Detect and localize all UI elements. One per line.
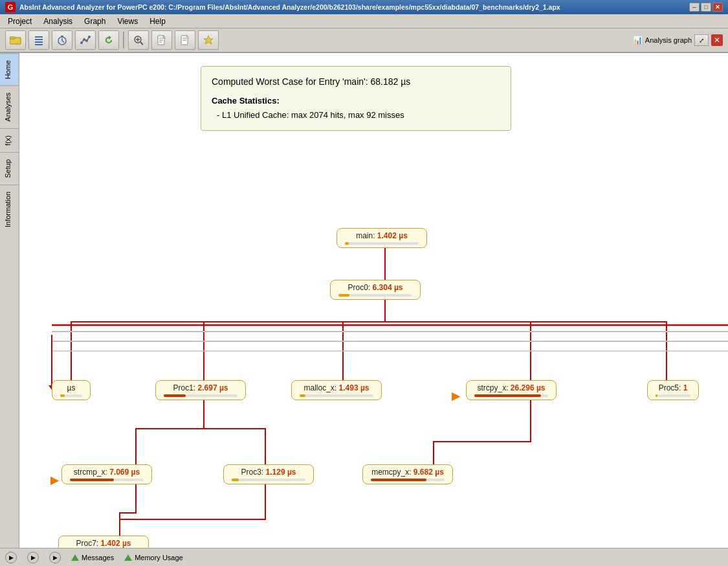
- window-title: AbsInt Advanced Analyzer for PowerPC e20…: [19, 3, 560, 11]
- toolbar: 📊 Analysis graph ⤢ ✕: [0, 28, 728, 53]
- svg-point-10: [80, 41, 83, 44]
- menu-bar: Project Analysis Graph Views Help: [0, 14, 728, 28]
- toolbar-btn-zoom[interactable]: [128, 30, 149, 50]
- expand-button[interactable]: ⤢: [694, 34, 709, 46]
- graph-close-button[interactable]: ✕: [711, 34, 723, 46]
- memory-label: Memory Usage: [135, 554, 183, 561]
- menu-project[interactable]: Project: [3, 16, 37, 27]
- graph-icon-small: 📊: [633, 36, 643, 45]
- svg-rect-1: [10, 37, 15, 39]
- content-area[interactable]: Computed Worst Case for Entry 'main': 68…: [19, 53, 728, 548]
- node-bar-proc0: [338, 294, 412, 297]
- close-button[interactable]: ✕: [712, 3, 723, 12]
- svg-line-15: [140, 42, 143, 45]
- toolbar-btn-doc2[interactable]: [175, 30, 195, 50]
- menu-analysis[interactable]: Analysis: [38, 16, 78, 27]
- menu-help[interactable]: Help: [144, 16, 171, 27]
- node-proc5[interactable]: Proc5: 1: [647, 380, 699, 400]
- node-strcmp-x[interactable]: strcmp_x: 7.069 µs: [61, 464, 152, 484]
- toolbar-btn-refresh[interactable]: [98, 30, 119, 50]
- title-bar-left: G AbsInt Advanced Analyzer for PowerPC e…: [5, 2, 560, 12]
- node-main[interactable]: main: 1.402 µs: [336, 228, 427, 248]
- messages-icon: [71, 554, 79, 561]
- svg-point-12: [85, 40, 88, 42]
- toolbar-btn-chart[interactable]: [75, 30, 96, 50]
- svg-rect-9: [61, 36, 63, 37]
- orange-arrow-strcpy: ▶: [452, 390, 459, 402]
- main-layout: Home Analyses f(x) Setup Information: [0, 53, 728, 548]
- analysis-graph-text: Analysis graph: [645, 36, 692, 44]
- toolbar-btn-clock[interactable]: [52, 30, 72, 50]
- sidebar-tab-setup[interactable]: Setup: [0, 152, 19, 185]
- sidebar-tab-analyses[interactable]: Analyses: [0, 85, 19, 128]
- node-proc7[interactable]: Proc7: 1.402 µs: [58, 536, 149, 548]
- info-box: Computed Worst Case for Entry 'main': 68…: [201, 66, 511, 131]
- svg-rect-2: [35, 36, 43, 38]
- play-button-1[interactable]: ▶: [5, 552, 17, 563]
- svg-rect-3: [35, 39, 43, 40]
- analysis-graph-label: 📊 Analysis graph ⤢ ✕: [633, 34, 723, 46]
- node-bar-proc1: [164, 394, 237, 397]
- svg-rect-4: [35, 41, 43, 43]
- svg-line-8: [62, 41, 64, 42]
- menu-views[interactable]: Views: [112, 16, 143, 27]
- menu-graph[interactable]: Graph: [79, 16, 111, 27]
- orange-arrow-strcmp: ▶: [50, 474, 58, 486]
- play-button-3[interactable]: ▶: [49, 552, 61, 563]
- sidebar-tab-fx[interactable]: f(x): [0, 128, 19, 152]
- node-bar-strcpy: [474, 394, 548, 397]
- partial-node-left[interactable]: µs: [52, 380, 91, 400]
- sidebar: Home Analyses f(x) Setup Information: [0, 53, 19, 548]
- cache-stats-label: Cache Statistics:: [212, 94, 500, 108]
- node-malloc-x[interactable]: malloc_x: 1.493 µs: [291, 380, 382, 400]
- node-bar-proc5: [656, 394, 690, 397]
- svg-marker-27: [204, 36, 213, 44]
- node-proc0[interactable]: Proc0: 6.304 µs: [330, 280, 421, 300]
- cache-label: Cache Statistics:: [212, 96, 280, 106]
- toolbar-btn-list[interactable]: [28, 30, 49, 50]
- svg-point-13: [88, 36, 91, 38]
- title-bar-controls: ─ □ ✕: [689, 3, 723, 12]
- graph-canvas: Computed Worst Case for Entry 'main': 68…: [19, 53, 728, 548]
- status-messages: Messages: [71, 554, 114, 561]
- status-memory: Memory Usage: [124, 554, 183, 561]
- node-proc3[interactable]: Proc3: 1.129 µs: [223, 464, 314, 484]
- messages-label: Messages: [82, 554, 114, 561]
- node-bar-memcpy: [371, 479, 445, 481]
- cache-line1: - L1 Unified Cache: max 2074 hits, max 9…: [217, 108, 500, 122]
- play-button-2[interactable]: ▶: [27, 552, 39, 563]
- minimize-button[interactable]: ─: [689, 3, 700, 12]
- toolbar-separator-1: [123, 32, 124, 49]
- toolbar-btn-pin[interactable]: [198, 30, 219, 50]
- node-bar-partial: [60, 394, 82, 397]
- memory-icon: [124, 554, 132, 561]
- node-memcpy-x[interactable]: memcpy_x: 9.682 µs: [362, 464, 453, 484]
- node-bar-malloc: [300, 394, 373, 397]
- toolbar-btn-doc1[interactable]: [151, 30, 172, 50]
- worst-case-line: Computed Worst Case for Entry 'main': 68…: [212, 74, 500, 90]
- node-strcpy-x[interactable]: strcpy_x: 26.296 µs: [466, 380, 557, 400]
- node-bar-strcmp: [70, 479, 144, 481]
- title-bar: G AbsInt Advanced Analyzer for PowerPC e…: [0, 0, 728, 14]
- maximize-button[interactable]: □: [701, 3, 711, 12]
- svg-point-11: [83, 38, 85, 41]
- svg-rect-5: [35, 44, 43, 45]
- sidebar-tab-information[interactable]: Information: [0, 185, 19, 234]
- status-bar: ▶ ▶ ▶ Messages Memory Usage: [0, 548, 728, 566]
- node-bar-main: [345, 242, 419, 245]
- node-proc1[interactable]: Proc1: 2.697 µs: [155, 380, 246, 400]
- app-logo: G: [5, 2, 16, 12]
- toolbar-btn-folder[interactable]: [5, 30, 26, 50]
- sidebar-tab-home[interactable]: Home: [0, 53, 19, 85]
- node-bar-proc3: [232, 479, 305, 481]
